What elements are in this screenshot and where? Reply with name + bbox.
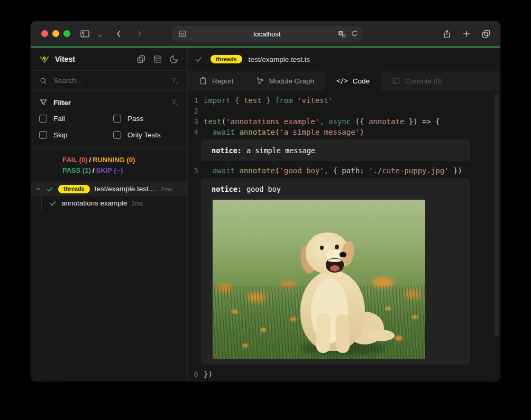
check-icon — [49, 200, 57, 207]
checkbox-label: Skip — [53, 131, 67, 139]
line-number: 6 — [188, 369, 198, 379]
pool-badge: threads — [58, 185, 90, 193]
zoom-window-button[interactable] — [63, 30, 70, 37]
tree-item-test-file[interactable]: threads test/example.test.... 2ms — [31, 182, 187, 196]
test-summary: FAIL (0)/RUNNING (0) PASS (1)/SKIP (--) — [31, 148, 187, 181]
report-icon — [199, 77, 207, 85]
tab-code[interactable]: </> Code — [325, 71, 381, 91]
code-line: 6}) — [188, 369, 500, 379]
puppy-attachment-image[interactable] — [213, 200, 425, 359]
dashboard-icon[interactable] — [153, 54, 162, 64]
checkbox-only-tests[interactable]: Only Tests — [113, 129, 179, 141]
puppy-tongue — [330, 265, 340, 272]
line-number: 3 — [188, 116, 198, 127]
search-icon — [39, 77, 48, 85]
tab-label: Report — [212, 77, 234, 85]
tree-item-test-case[interactable]: annotations example 2ms — [31, 196, 187, 210]
module-graph-icon — [256, 77, 264, 85]
checkbox-skip[interactable]: Skip — [39, 129, 113, 141]
puppy-teeth — [328, 259, 342, 262]
running-count: RUNNING (0) — [93, 156, 135, 164]
sidebar-toggle-icon[interactable] — [79, 29, 90, 41]
website-settings-icon[interactable] — [178, 29, 187, 41]
annotation-notice: notice:a simple message — [201, 139, 470, 161]
duration: 2ms — [132, 200, 143, 207]
scrollbar-thumb[interactable] — [495, 94, 499, 336]
checkbox-box[interactable] — [113, 131, 121, 139]
fail-count: FAIL (0) — [62, 156, 87, 164]
search-bar — [31, 71, 187, 91]
puppy-eye — [320, 246, 324, 250]
browser-titlebar: localhost — [31, 21, 500, 46]
notice-label: notice: — [212, 185, 242, 193]
notice-message: a simple message — [246, 146, 315, 155]
indent-guide — [41, 196, 42, 210]
tab-overview-icon[interactable] — [481, 29, 491, 41]
line-number: 4 — [188, 127, 198, 137]
line-number: 5 — [188, 165, 198, 176]
check-icon — [46, 185, 53, 193]
clear-filter-icon[interactable] — [170, 98, 179, 107]
skip-count: SKIP (--) — [96, 166, 123, 174]
checkbox-box[interactable] — [39, 131, 47, 139]
chevron-down-icon[interactable] — [35, 185, 42, 192]
panels-icon[interactable] — [136, 54, 146, 64]
duration: 2ms — [161, 186, 172, 192]
check-icon — [195, 55, 203, 63]
filter-title: Filter — [53, 99, 71, 107]
search-input[interactable] — [53, 77, 164, 85]
checkbox-pass[interactable]: Pass — [113, 113, 179, 124]
checkbox-label: Fail — [53, 115, 65, 123]
minimize-window-button[interactable] — [52, 30, 59, 37]
translate-icon[interactable] — [337, 30, 346, 41]
filter-icon — [39, 98, 48, 107]
code-line: 3test('annotations example', async ({ an… — [188, 116, 500, 127]
share-icon[interactable] — [442, 29, 452, 41]
new-tab-icon[interactable] — [461, 29, 472, 41]
puppy-nose — [340, 252, 346, 257]
address-bar[interactable]: localhost — [172, 26, 362, 42]
main-panel: threads test/example.test.ts Report — [188, 48, 500, 381]
theme-toggle-moon-icon[interactable] — [169, 54, 179, 64]
code-line: 4 await annotate('a simple message') — [188, 127, 500, 137]
tab-label: Console (0) — [405, 77, 442, 85]
line-number: 1 — [188, 95, 198, 106]
checkbox-box[interactable] — [39, 115, 47, 123]
line-number: 2 — [188, 106, 198, 116]
url-text[interactable]: localhost — [172, 30, 362, 38]
vitest-logo-icon — [39, 54, 50, 64]
close-window-button[interactable] — [41, 30, 48, 37]
tab-module-graph[interactable]: Module Graph — [245, 71, 326, 91]
code-line: 1import { test } from 'vitest' — [188, 95, 500, 106]
sidebar-header: Vitest — [31, 48, 187, 71]
tab-bar: Report Module Graph </> Code — [188, 71, 500, 91]
forward-button[interactable] — [134, 29, 144, 41]
checkbox-fail[interactable]: Fail — [39, 113, 113, 124]
sidebar-chevron-down-icon[interactable] — [97, 31, 103, 41]
browser-window: localhost — [31, 21, 500, 381]
puppy-eye — [335, 245, 339, 249]
back-button[interactable] — [114, 29, 124, 41]
code-viewer: 1import { test } from 'vitest'23test('an… — [188, 91, 500, 381]
notice-message: good boy — [246, 185, 281, 193]
reload-icon[interactable] — [350, 30, 359, 40]
tab-label: Code — [353, 77, 370, 85]
puppy-front-leg — [316, 313, 330, 353]
console-icon — [392, 77, 400, 85]
checkbox-box[interactable] — [113, 115, 121, 123]
code-line: 2 — [188, 106, 500, 116]
checkbox-label: Pass — [127, 115, 143, 123]
vitest-sidebar: Vitest — [31, 48, 188, 381]
clear-filter-icon[interactable] — [170, 77, 179, 85]
open-file-name: test/example.test.ts — [249, 55, 310, 63]
file-header: threads test/example.test.ts — [188, 48, 500, 71]
test-tree: threads test/example.test.... 2ms annota… — [31, 182, 187, 210]
test-name: annotations example — [61, 199, 127, 207]
tab-label: Module Graph — [269, 77, 315, 85]
puppy-rear-paw — [367, 330, 395, 341]
code-line: 5 await annotate('good boy', { path: './… — [188, 165, 500, 176]
pass-count: PASS (1) — [62, 166, 91, 174]
tab-console[interactable]: Console (0) — [381, 71, 453, 91]
tab-report[interactable]: Report — [188, 71, 245, 91]
pool-badge: threads — [210, 55, 242, 63]
